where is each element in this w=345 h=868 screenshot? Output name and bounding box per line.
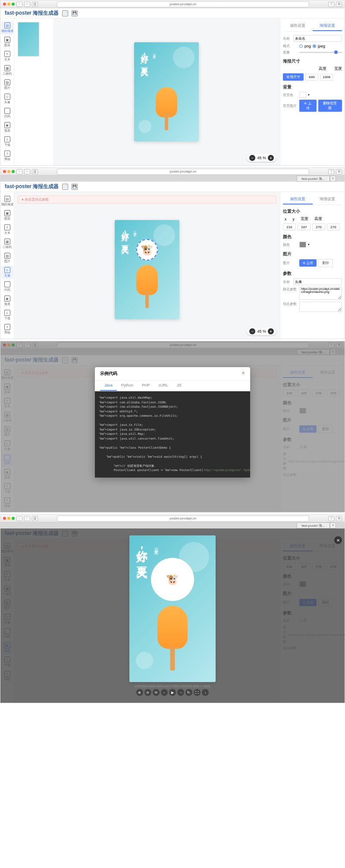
sidebar-item-3[interactable]: ▦二维码 [1,237,13,251]
sidebar-item-5[interactable]: ☺头像 [1,266,13,279]
tab-poster-settings[interactable]: 海报设置 [313,195,342,204]
zoom-out-button[interactable]: − [249,155,255,161]
preview-ctrl-3[interactable]: ← [161,689,168,696]
sidebar-icon: ▤ [4,196,10,202]
preview-ctrl-0[interactable]: ⊕ [136,689,143,696]
sidebar-item-1[interactable]: ▣图层 [1,209,13,222]
sidebar-icon: T [4,51,10,57]
sidebar-item-8[interactable]: ⇩下载 [1,308,13,322]
save-icon[interactable]: 💾 [72,184,78,190]
code-tab-js[interactable]: JS [172,381,186,391]
sidebar-icon: ☺ [4,267,10,273]
sidebar-label: 二维码 [3,245,12,249]
sidebar-item-8[interactable]: ⇩下载 [1,135,13,148]
preview-ctrl-6[interactable]: ↻ [185,689,192,696]
sidebar-item-4[interactable]: ▧图片 [1,252,13,265]
url-bar[interactable]: poster.prodapi.cn [57,169,309,175]
preview-ctrl-4[interactable]: ▶ [169,689,176,696]
preview-overlay[interactable]: ✕ 你好，夏天 立 夏 e99c85b5-da56-4b5d-aeb7-205b… [0,528,345,703]
sidebar-item-5[interactable]: ☺头像 [1,92,13,106]
preview-close-button[interactable]: ✕ [334,536,342,544]
canvas[interactable]: 你好，夏天 立 夏 − 45 % + [53,19,280,165]
radio-jpeg[interactable] [313,44,316,48]
url-bar[interactable]: poster.prodapi.cn [57,1,309,7]
sidebar-item-9[interactable]: ?帮助 [1,323,13,336]
sidebar-item-6[interactable]: 代码 [1,280,13,293]
y-input[interactable] [298,223,310,230]
delete-image-button[interactable]: 删除 [318,259,333,267]
sidebar-label: 代码 [4,114,10,119]
code-tab-curl[interactable]: cURL [154,381,173,391]
static-param-input[interactable]: https://poster.prodapi.cn/static/images/… [299,287,342,300]
height-input[interactable] [320,74,333,81]
w-input[interactable] [312,223,325,230]
modal-close[interactable]: ✕ [242,371,245,377]
upload-bg-button[interactable]: ⊕ 上传 [299,100,317,112]
save-icon[interactable]: 💾 [72,10,78,16]
code-tab-php[interactable]: PHP [138,381,154,391]
bgcolor-swatch[interactable] [299,92,306,98]
sidebar-toggle[interactable]: ▥ [32,2,38,7]
name-input[interactable] [293,35,342,42]
radio-png[interactable] [299,44,303,48]
sidebar-item-1[interactable]: ▣图层 [1,35,13,49]
tab-attributes[interactable]: 属性设置 [283,195,313,204]
sidebar-icon: ▧ [4,79,10,85]
sidebar-item-2[interactable]: T文本 [1,223,13,236]
zoom-out-button[interactable]: − [249,328,255,334]
code-tab-java[interactable]: Java [100,381,117,391]
preview-ctrl-1[interactable]: ⊖ [144,689,151,696]
sidebar-item-6[interactable]: 代码 [1,107,13,120]
new-doc-icon[interactable]: 📄 [62,184,68,190]
h-input[interactable] [327,223,340,230]
sidebar-item-3[interactable]: ▦二维码 [1,64,13,77]
tab-poster-settings[interactable]: 海报设置 [313,21,342,31]
sidebar-item-0[interactable]: ▤我的海报 [1,195,13,208]
new-doc-icon[interactable]: 📄 [62,10,68,16]
new-tab-button[interactable]: + [330,176,336,182]
modal-overlay[interactable]: 示例代码✕ JavaPythonPHPcURLJS "kw">import ja… [0,341,345,512]
clear-bg-button[interactable]: 删除背景图 [318,100,342,112]
preview-ctrl-8[interactable]: ↓ [202,689,209,696]
sidebar-label: 头像 [4,274,10,278]
poster-thumbnail[interactable] [18,22,39,57]
code-block[interactable]: "kw">import java.util.HashMap; "kw">impo… [95,391,250,478]
sidebar-item-7[interactable]: ◉预览 [1,121,13,134]
share-button[interactable]: ⇪ [328,2,334,7]
preview-ctrl-2[interactable]: ⟲ [153,689,160,696]
forward-button[interactable]: › [24,2,30,7]
preview-ctrl-5[interactable]: → [177,689,184,696]
sidebar-label: 图层 [4,217,10,221]
sidebar-item-4[interactable]: ▧图片 [1,78,13,91]
back-button[interactable]: ‹ [16,2,22,7]
sidebar-item-0[interactable]: ▤我的海报 [1,21,13,35]
sidebar-icon: ☺ [4,94,10,100]
sidebar-icon: ? [4,151,10,157]
poster-preview[interactable]: 你好，夏天 立 夏 [134,42,199,142]
sidebar-label: 帮助 [4,157,10,161]
avatar-element[interactable] [136,239,158,261]
code-modal: 示例代码✕ JavaPythonPHPcURLJS "kw">import ja… [95,367,250,478]
x-input[interactable] [283,223,296,230]
sidebar-label: 图片 [4,86,10,90]
color-swatch[interactable] [299,242,306,248]
sidebar-label: 预览 [4,302,10,306]
zoom-in-button[interactable]: + [268,155,274,161]
sidebar-item-2[interactable]: T文本 [1,50,13,63]
code-tab-python[interactable]: Python [117,381,138,391]
tabs-button[interactable]: ⊞ [336,2,342,7]
sidebar-item-9[interactable]: ?帮助 [1,149,13,163]
zoom-in-button[interactable]: + [268,328,274,334]
sidebar-item-7[interactable]: ◉预览 [1,294,13,308]
common-size-button[interactable]: 常用尺寸 [283,73,304,81]
width-input[interactable] [305,74,318,81]
dynamic-param-input[interactable] [299,302,342,312]
quality-slider[interactable] [299,52,342,53]
preview-ctrl-7[interactable]: ⛶ [194,689,201,696]
tab-attributes[interactable]: 属性设置 [283,21,313,31]
sidebar-label: 下载 [4,143,10,147]
upload-image-button[interactable]: ⊕ 上传 [299,259,317,267]
browser-tab[interactable]: fast-poster 海... [297,176,330,182]
param-name-input[interactable] [293,278,342,285]
canvas[interactable]: ● 未设置动态参数 你好，夏天 立 夏 − 45 % + [14,192,280,339]
